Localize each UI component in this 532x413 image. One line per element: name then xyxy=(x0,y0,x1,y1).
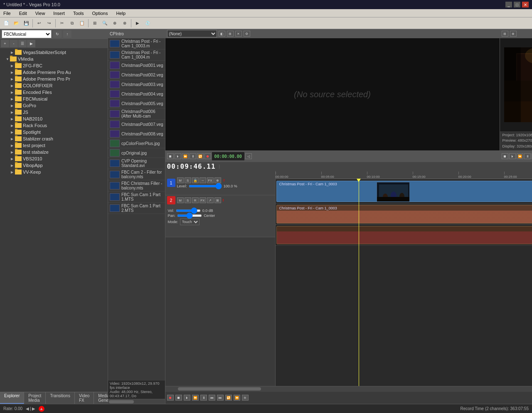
tab-transitions[interactable]: Transitions xyxy=(46,392,75,404)
track-2-input[interactable]: ⊞ xyxy=(214,197,221,203)
explorer-up[interactable]: ↑ xyxy=(63,30,71,38)
rate-right-arrow[interactable]: ▶ xyxy=(32,406,35,411)
tree-item-colorfixer[interactable]: ▶ COLORFIXER xyxy=(1,82,107,89)
track-1-solo[interactable]: S xyxy=(185,177,191,183)
file-item-13[interactable]: FBC Cam 2 - Filler for balcony.mts xyxy=(108,169,165,180)
horizontal-scrollbar[interactable] xyxy=(108,399,165,404)
file-item-12[interactable]: CVP Opening Standard.avi xyxy=(108,158,165,169)
paste-button[interactable]: 📋 xyxy=(77,19,86,28)
tree-item-adobeau[interactable]: ▶ Adobe Premiere Pro Au xyxy=(1,69,107,76)
menu-options[interactable]: Options xyxy=(91,11,110,16)
file-item-2[interactable]: ChristmasPost001.veg xyxy=(108,61,165,70)
timeline-next-frame[interactable]: ⏭ xyxy=(217,395,224,401)
file-item-10[interactable]: cpColorFixerPlus.jpg xyxy=(108,139,165,148)
explorer-refresh[interactable]: ↻ xyxy=(53,30,62,38)
audio-clip-lower[interactable] xyxy=(276,226,532,244)
track-1-motion[interactable]: ↔ xyxy=(200,177,206,183)
file-item-5[interactable]: ChristmasPost004.veg xyxy=(108,89,165,99)
tree-item-fbcmusical[interactable]: ▶ FBCMusical xyxy=(1,96,107,102)
menu-tools[interactable]: Tools xyxy=(71,11,86,16)
maximize-button[interactable]: □ xyxy=(514,2,520,7)
menu-view[interactable]: View xyxy=(34,11,47,16)
file-item-15[interactable]: FBC Sun Cam 1 Part 1.MTS xyxy=(108,192,165,203)
track-2-mute[interactable]: M xyxy=(177,197,184,203)
prog-pause-btn[interactable]: ⏸ xyxy=(524,153,531,159)
file-item-16[interactable]: FBC Sun Cam 1 Part 2.MTS xyxy=(108,203,165,214)
exp-preview[interactable]: ▶ xyxy=(27,40,35,47)
timeline-fastfwd-btn[interactable]: ⏩ xyxy=(192,395,199,401)
new-button[interactable]: 📄 xyxy=(2,19,11,28)
tab-project-media[interactable]: Project Media xyxy=(24,392,46,404)
close-button[interactable]: ✕ xyxy=(522,2,529,7)
src-mark-in[interactable]: ◁ xyxy=(245,153,252,159)
menu-insert[interactable]: Insert xyxy=(52,11,66,16)
tree-item-encoded[interactable]: ▶ Encoded Files xyxy=(1,89,107,96)
file-item-11[interactable]: cpOriginal.jpg xyxy=(108,148,165,158)
copy-button[interactable]: ⧉ xyxy=(67,19,76,28)
tree-item-rackfocus[interactable]: ▶ Rack Focus xyxy=(1,122,107,129)
zoom-button[interactable]: 🔍 xyxy=(100,19,109,28)
tree-item-nab2010[interactable]: ▶ NAB2010 xyxy=(1,116,107,122)
track-2-vol-slider[interactable] xyxy=(176,209,201,212)
tree-item-adobepr[interactable]: ▶ Adobe Premiere Pro Pr xyxy=(1,76,107,82)
render-button[interactable]: ▶ xyxy=(133,19,142,28)
preview-crop-btn[interactable]: ◧ xyxy=(219,31,225,37)
prog-stop-btn[interactable]: ⏹ xyxy=(502,153,508,159)
menu-file[interactable]: File xyxy=(2,11,12,16)
program-snap[interactable]: ⊕ xyxy=(510,31,517,37)
track-2-send[interactable]: ↗ xyxy=(207,197,214,203)
tree-item-stablizer[interactable]: ▶ Stablizer crash xyxy=(1,135,107,142)
src-fastfwd-btn[interactable]: ⏩ xyxy=(182,153,189,159)
tree-item-testproject[interactable]: ▶ test project xyxy=(1,142,107,149)
cut-button[interactable]: ✂ xyxy=(57,19,66,28)
track-1-level-slider[interactable] xyxy=(189,185,222,187)
file-item-1[interactable]: Christmas Post - Fri - Cam 1_0004.m xyxy=(108,49,165,61)
file-item-8[interactable]: ChristmasPost007.veg xyxy=(108,120,165,129)
src-rec-btn[interactable]: ⏺ xyxy=(204,153,211,159)
source-preview-select[interactable]: (None) xyxy=(167,30,217,37)
folder-selector[interactable]: FBCMusical xyxy=(2,30,52,38)
tree-item-vmedia[interactable]: ▼ VMedia xyxy=(1,56,107,62)
track-2-arm[interactable]: R xyxy=(192,197,199,203)
playhead[interactable] xyxy=(359,179,359,386)
menu-help[interactable]: Help xyxy=(114,11,127,16)
timeline-pause-btn[interactable]: ⏸ xyxy=(200,395,207,401)
track-1-lock[interactable]: 🔒 xyxy=(192,177,199,183)
split-button[interactable]: ⊕ xyxy=(110,19,119,28)
open-button[interactable]: 📂 xyxy=(12,19,21,28)
exp-remove[interactable]: - xyxy=(10,40,18,47)
tree-item-js[interactable]: ▶ JS xyxy=(1,109,107,116)
timeline-stop-btn[interactable]: ⏹ xyxy=(175,395,182,401)
exp-view[interactable]: ☰ xyxy=(18,40,27,47)
track-1-mute[interactable]: M xyxy=(177,177,184,183)
timeline-loop-btn[interactable]: 🔁 xyxy=(225,395,232,401)
snap-button[interactable]: ⊞ xyxy=(90,19,99,28)
timeline-play-btn[interactable]: ⏵ xyxy=(184,395,190,401)
redo-button[interactable]: ↪ xyxy=(44,19,54,28)
file-item-7[interactable]: ChristmasPost006 (After Multi-cam xyxy=(108,108,165,120)
scrollbar-thumb[interactable] xyxy=(109,400,134,403)
file-item-6[interactable]: ChristmasPost005.veg xyxy=(108,99,165,108)
tree-item-vvkeep[interactable]: ▶ VV-Keep xyxy=(1,169,107,175)
timeline-scrollbar-thumb[interactable] xyxy=(178,387,261,391)
video-clip[interactable]: Christmas Post - Fri - Cam 1_0003 xyxy=(276,181,532,202)
src-pause-btn[interactable]: ⏸ xyxy=(190,153,196,159)
timeline-prev-frame[interactable]: ⏮ xyxy=(209,395,215,401)
tree-item-teststabalze[interactable]: ▶ test stabalze xyxy=(1,149,107,155)
preview-split-btn[interactable]: ⊞ xyxy=(227,31,234,37)
preview-close-btn[interactable]: ✕ xyxy=(235,31,242,37)
track-2-pan-slider[interactable] xyxy=(177,214,202,217)
track-2-solo[interactable]: S xyxy=(185,197,191,203)
exp-add[interactable]: + xyxy=(1,40,9,47)
tree-item-2fg[interactable]: ▶ 2FG-FBC xyxy=(1,62,107,69)
tab-video-fx[interactable]: Video FX xyxy=(75,392,94,404)
preview-settings-btn[interactable]: ⚙ xyxy=(244,31,250,37)
tree-item-vibop[interactable]: ▶ VibopApp xyxy=(1,162,107,169)
window-controls[interactable]: _ □ ✕ xyxy=(505,2,529,7)
file-item-4[interactable]: ChristmasPost003.veg xyxy=(108,80,165,89)
tree-item-spotlight[interactable]: ▶ Spotlight xyxy=(1,129,107,135)
timeline-scrollbar[interactable] xyxy=(165,386,532,392)
file-item-3[interactable]: ChristmasPost002.veg xyxy=(108,70,165,80)
file-item-14[interactable]: FBC Christmas Filler - balcony.mts xyxy=(108,180,165,192)
src-loop-btn[interactable]: 🔁 xyxy=(197,153,204,159)
